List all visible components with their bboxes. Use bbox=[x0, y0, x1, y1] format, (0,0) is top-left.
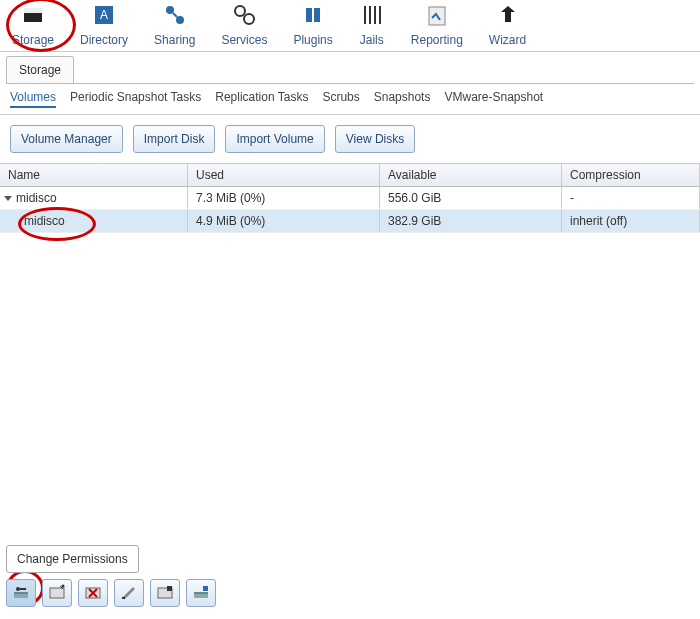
nav-sharing[interactable]: Sharing bbox=[154, 2, 195, 47]
sharing-icon bbox=[162, 2, 188, 31]
svg-rect-20 bbox=[50, 588, 64, 598]
svg-rect-27 bbox=[194, 592, 208, 594]
tooltip-change-permissions: Change Permissions bbox=[6, 545, 139, 573]
svg-rect-28 bbox=[203, 586, 208, 591]
nav-reporting[interactable]: Reporting bbox=[411, 2, 463, 47]
svg-point-18 bbox=[16, 587, 20, 591]
subtab-replication-tasks[interactable]: Replication Tasks bbox=[215, 90, 308, 108]
cell-used: 7.3 MiB (0%) bbox=[188, 187, 380, 209]
subtab-scrubs[interactable]: Scrubs bbox=[322, 90, 359, 108]
col-header-name[interactable]: Name bbox=[0, 164, 188, 186]
svg-text:A: A bbox=[100, 8, 108, 22]
nav-label: Plugins bbox=[293, 33, 332, 47]
subtab-periodic-snapshot-tasks[interactable]: Periodic Snapshot Tasks bbox=[70, 90, 201, 108]
change-permissions-button[interactable] bbox=[6, 579, 36, 607]
nav-label: Wizard bbox=[489, 33, 526, 47]
cell-available: 382.9 GiB bbox=[380, 210, 562, 232]
svg-point-4 bbox=[166, 6, 174, 14]
nav-jails[interactable]: Jails bbox=[359, 2, 385, 47]
nav-label: Directory bbox=[80, 33, 128, 47]
nav-label: Storage bbox=[12, 33, 54, 47]
nav-label: Jails bbox=[360, 33, 384, 47]
change-permissions-icon bbox=[12, 584, 30, 603]
import-disk-button[interactable]: Import Disk bbox=[133, 125, 216, 153]
nav-wizard[interactable]: Wizard bbox=[489, 2, 526, 47]
svg-rect-17 bbox=[14, 592, 28, 594]
nav-plugins[interactable]: Plugins bbox=[293, 2, 332, 47]
svg-rect-13 bbox=[379, 6, 381, 24]
chevron-down-icon[interactable] bbox=[4, 196, 12, 201]
svg-rect-8 bbox=[306, 8, 312, 22]
svg-point-6 bbox=[235, 6, 245, 16]
nav-storage[interactable]: Storage bbox=[12, 2, 54, 47]
jails-icon bbox=[359, 2, 385, 31]
destroy-dataset-button[interactable] bbox=[186, 579, 216, 607]
svg-point-5 bbox=[176, 16, 184, 24]
svg-rect-15 bbox=[505, 12, 511, 22]
table-row[interactable]: midisco4.9 MiB (0%)382.9 GiBinherit (off… bbox=[0, 210, 700, 233]
table-row[interactable]: midisco7.3 MiB (0%)556.0 GiB- bbox=[0, 187, 700, 210]
subtab-vmware-snapshot[interactable]: VMware-Snapshot bbox=[444, 90, 543, 108]
directory-icon: A bbox=[91, 2, 117, 31]
import-volume-button[interactable]: Import Volume bbox=[225, 125, 324, 153]
nav-label: Reporting bbox=[411, 33, 463, 47]
create-zvol-icon bbox=[84, 584, 102, 603]
wizard-icon bbox=[495, 2, 521, 31]
view-disks-button[interactable]: View Disks bbox=[335, 125, 415, 153]
col-header-compression[interactable]: Compression bbox=[562, 164, 700, 186]
cell-name: midisco bbox=[0, 210, 188, 232]
svg-rect-9 bbox=[314, 8, 320, 22]
destroy-dataset-icon bbox=[192, 584, 210, 603]
create-snapshot-icon bbox=[156, 584, 174, 603]
svg-point-21 bbox=[62, 584, 65, 587]
cell-used: 4.9 MiB (0%) bbox=[188, 210, 380, 232]
svg-rect-19 bbox=[20, 588, 26, 590]
create-zvol-button[interactable] bbox=[78, 579, 108, 607]
services-icon bbox=[231, 2, 257, 31]
col-header-used[interactable]: Used bbox=[188, 164, 380, 186]
svg-rect-23 bbox=[122, 597, 125, 599]
edit-options-icon bbox=[120, 584, 138, 603]
cell-name: midisco bbox=[0, 187, 188, 209]
svg-rect-1 bbox=[24, 8, 42, 13]
svg-rect-12 bbox=[374, 6, 376, 24]
subtab-volumes[interactable]: Volumes bbox=[10, 90, 56, 108]
volume-manager-button[interactable]: Volume Manager bbox=[10, 125, 123, 153]
create-snapshot-button[interactable] bbox=[150, 579, 180, 607]
nav-services[interactable]: Services bbox=[221, 2, 267, 47]
reporting-icon bbox=[424, 2, 450, 31]
plugins-icon bbox=[300, 2, 326, 31]
nav-label: Services bbox=[221, 33, 267, 47]
nav-label: Sharing bbox=[154, 33, 195, 47]
create-dataset-icon bbox=[48, 584, 66, 603]
svg-rect-11 bbox=[369, 6, 371, 24]
subtab-snapshots[interactable]: Snapshots bbox=[374, 90, 431, 108]
tab-storage[interactable]: Storage bbox=[6, 56, 74, 83]
col-header-available[interactable]: Available bbox=[380, 164, 562, 186]
nav-directory[interactable]: ADirectory bbox=[80, 2, 128, 47]
cell-compression: inherit (off) bbox=[562, 210, 700, 232]
create-dataset-button[interactable] bbox=[42, 579, 72, 607]
svg-point-7 bbox=[244, 14, 254, 24]
svg-rect-25 bbox=[167, 586, 172, 591]
cell-available: 556.0 GiB bbox=[380, 187, 562, 209]
svg-rect-10 bbox=[364, 6, 366, 24]
edit-options-button[interactable] bbox=[114, 579, 144, 607]
cell-compression: - bbox=[562, 187, 700, 209]
storage-icon bbox=[20, 2, 46, 31]
